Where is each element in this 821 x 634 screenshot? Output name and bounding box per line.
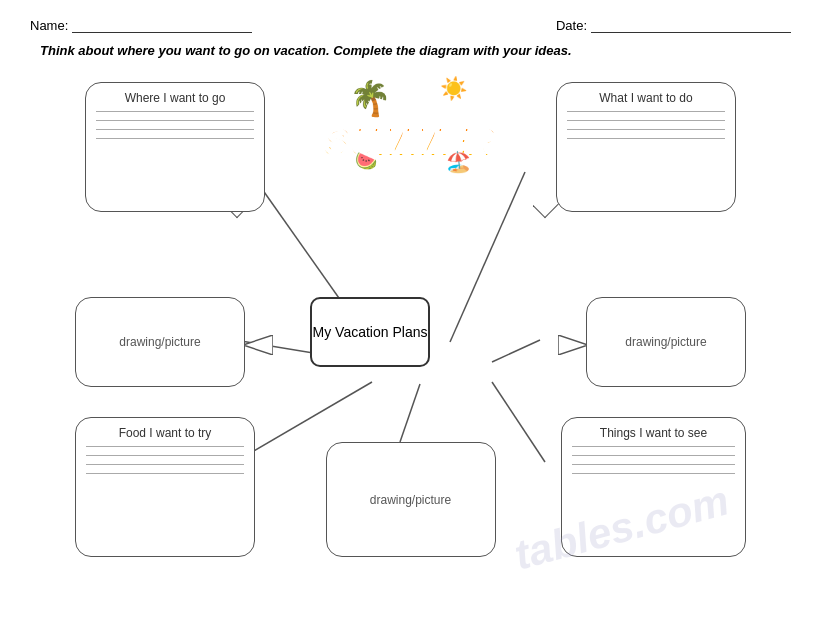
summer-graphic: 🌴 ☀️ SUMMER 🏖️ 🍉: [341, 74, 481, 184]
bubble-bottom-center-label: drawing/picture: [370, 493, 451, 507]
summer-text: SUMMER: [325, 122, 497, 163]
line2: [567, 120, 725, 121]
bubble-bottom-right[interactable]: Things I want to see: [561, 417, 746, 557]
line3: [572, 464, 735, 465]
page: Name: Date: Think about where you want t…: [0, 0, 821, 634]
bubble-mid-left-label: drawing/picture: [119, 335, 200, 349]
palm-icon: 🌴: [349, 78, 391, 118]
bubble-top-left-label: Where I want to go: [96, 91, 254, 105]
line2: [96, 120, 254, 121]
line4: [86, 473, 244, 474]
svg-line-5: [400, 384, 420, 442]
svg-line-3: [492, 340, 540, 362]
line1: [86, 446, 244, 447]
bubble-mid-right-label: drawing/picture: [625, 335, 706, 349]
center-label: My Vacation Plans: [313, 323, 428, 341]
bubble-bottom-left-lines: [86, 446, 244, 474]
bubble-top-right-lines: [567, 111, 725, 139]
name-field: Name:: [30, 18, 252, 33]
bubble-mid-left[interactable]: drawing/picture: [75, 297, 245, 387]
line4: [572, 473, 735, 474]
speech-tail-mid-right: [558, 335, 588, 359]
center-box: My Vacation Plans: [310, 297, 430, 367]
floatie-icon: 🏖️: [446, 150, 471, 174]
instruction-text: Think about where you want to go on vaca…: [30, 43, 791, 58]
svg-marker-8: [558, 335, 588, 355]
bubble-bottom-left-label: Food I want to try: [86, 426, 244, 440]
svg-line-1: [450, 172, 525, 342]
line1: [567, 111, 725, 112]
line4: [567, 138, 725, 139]
diagram-area: 🌴 ☀️ SUMMER 🏖️ 🍉 My Vacation Plans Where…: [30, 72, 791, 592]
bubble-bottom-center[interactable]: drawing/picture: [326, 442, 496, 557]
bubble-bottom-right-lines: [572, 446, 735, 474]
line3: [86, 464, 244, 465]
name-line[interactable]: [72, 19, 252, 33]
date-line[interactable]: [591, 19, 791, 33]
svg-marker-7: [243, 335, 273, 355]
bubble-top-left-lines: [96, 111, 254, 139]
header-row: Name: Date:: [30, 18, 791, 33]
line1: [96, 111, 254, 112]
bubble-top-right[interactable]: What I want to do: [556, 82, 736, 212]
speech-tail-mid-left: [243, 335, 273, 359]
bubble-mid-right[interactable]: drawing/picture: [586, 297, 746, 387]
bubble-top-right-label: What I want to do: [567, 91, 725, 105]
name-label: Name:: [30, 18, 68, 33]
bubble-top-left[interactable]: Where I want to go: [85, 82, 265, 212]
line2: [86, 455, 244, 456]
line4: [96, 138, 254, 139]
line2: [572, 455, 735, 456]
line1: [572, 446, 735, 447]
line3: [96, 129, 254, 130]
line3: [567, 129, 725, 130]
sun-icon: ☀️: [440, 76, 467, 102]
bubble-bottom-right-label: Things I want to see: [572, 426, 735, 440]
watermelon-icon: 🍉: [355, 150, 377, 172]
svg-line-6: [492, 382, 545, 462]
date-field: Date:: [556, 18, 791, 33]
bubble-bottom-left[interactable]: Food I want to try: [75, 417, 255, 557]
date-label: Date:: [556, 18, 587, 33]
